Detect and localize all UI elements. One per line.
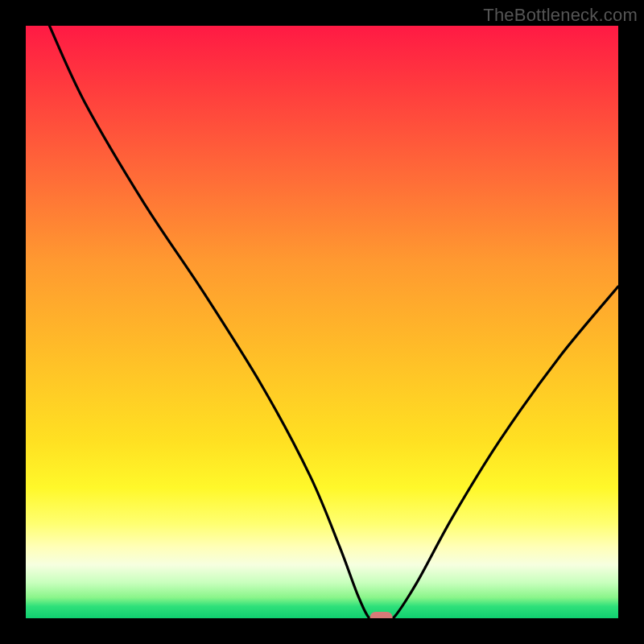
bottleneck-curve <box>49 26 618 618</box>
chart-frame: TheBottleneck.com <box>0 0 644 644</box>
optimum-marker <box>370 612 393 618</box>
watermark-label: TheBottleneck.com <box>483 5 638 26</box>
plot-area <box>26 26 618 618</box>
chart-svg <box>26 26 618 618</box>
